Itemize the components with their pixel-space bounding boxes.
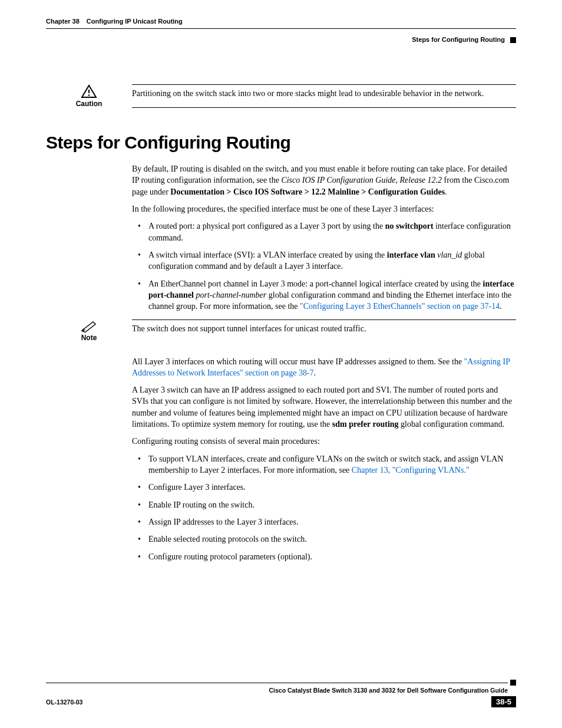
list-item: Enable IP routing on the switch. (132, 499, 516, 510)
section-running-head: Steps for Configuring Routing (412, 36, 505, 43)
list-item: A switch virtual interface (SVI): a VLAN… (132, 249, 516, 272)
caution-callout: Caution Partitioning on the switch stack… (46, 84, 516, 108)
section-running-head-row: Steps for Configuring Routing (46, 36, 516, 43)
para-procedures-intro: Configuring routing consists of several … (132, 436, 516, 447)
caution-icon (46, 84, 132, 98)
header-marker-icon (510, 37, 516, 43)
note-label: Note (46, 334, 132, 342)
interface-types-list: A routed port: a physical port configure… (132, 220, 516, 312)
running-header: Chapter 38 Configuring IP Unicast Routin… (46, 18, 516, 25)
list-item: Assign IP addresses to the Layer 3 inter… (132, 516, 516, 528)
header-rule (46, 28, 516, 29)
note-text: The switch does not support tunnel inter… (132, 319, 516, 342)
document-id: OL-13270-03 (46, 699, 82, 706)
page: Chapter 38 Configuring IP Unicast Routin… (0, 0, 562, 725)
content-column: By default, IP routing is disabled on th… (132, 163, 516, 312)
note-callout: Note The switch does not support tunnel … (46, 319, 516, 342)
vlan-chapter-link[interactable]: Chapter 13, "Configuring VLANs." (352, 466, 470, 475)
svg-point-2 (88, 94, 90, 96)
footer-rule (46, 683, 508, 683)
list-item: Enable selected routing protocols on the… (132, 533, 516, 545)
list-item: A routed port: a physical port configure… (132, 220, 516, 243)
note-icon (46, 319, 132, 332)
intro-paragraph-1: By default, IP routing is disabled on th… (132, 163, 516, 197)
etherchannel-link[interactable]: "Configuring Layer 3 EtherChannels" sect… (300, 302, 500, 311)
content-column-2: All Layer 3 interfaces on which routing … (132, 356, 516, 562)
list-item: Configure routing protocol parameters (o… (132, 551, 516, 562)
para-l3-switch: A Layer 3 switch can have an IP address … (132, 384, 516, 430)
para-ip-addresses: All Layer 3 interfaces on which routing … (132, 356, 516, 379)
list-item: To support VLAN interfaces, create and c… (132, 453, 516, 476)
list-item: Configure Layer 3 interfaces. (132, 482, 516, 493)
caution-label: Caution (46, 100, 132, 108)
section-heading: Steps for Configuring Routing (46, 133, 516, 153)
book-title: Cisco Catalyst Blade Switch 3130 and 303… (46, 687, 508, 694)
procedures-list: To support VLAN interfaces, create and c… (132, 453, 516, 562)
chapter-label: Chapter 38 (46, 18, 80, 25)
page-number: 38-5 (491, 696, 516, 707)
chapter-title: Configuring IP Unicast Routing (87, 18, 183, 25)
footer-marker-icon (510, 680, 516, 686)
page-footer: Cisco Catalyst Blade Switch 3130 and 303… (46, 680, 516, 707)
caution-text: Partitioning on the switch stack into tw… (132, 84, 516, 108)
intro-paragraph-2: In the following procedures, the specifi… (132, 203, 516, 215)
list-item: An EtherChannel port channel in Layer 3 … (132, 278, 516, 312)
